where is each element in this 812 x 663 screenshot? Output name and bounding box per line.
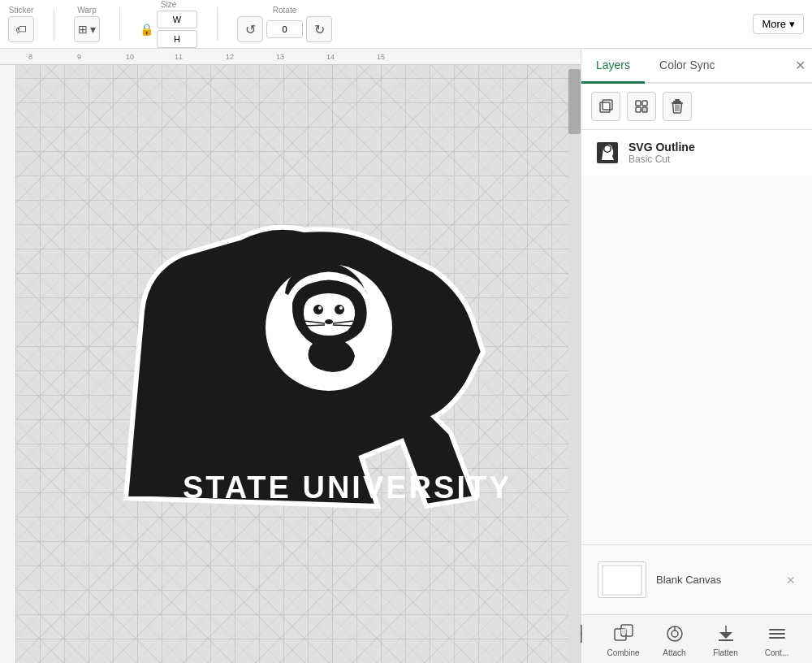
duplicate-layer-button[interactable]: [591, 92, 620, 121]
layer-thumbnail-icon: [595, 141, 620, 165]
right-panel: Layers Color Sync ✕: [581, 49, 812, 663]
svg-point-5: [339, 306, 343, 310]
svg-rect-13: [600, 102, 610, 112]
svg-rect-41: [769, 633, 785, 635]
rotate-group: Rotate ↺ ↻: [237, 6, 332, 42]
svg-line-10: [304, 325, 325, 326]
move-layer-up-button[interactable]: [627, 92, 656, 121]
canvas-area[interactable]: 8 9 10 11 12 13 14 15: [0, 49, 581, 663]
layer-name: SVG Outline: [628, 141, 799, 154]
blank-canvas-item[interactable]: Blank Canvas ✕: [591, 555, 802, 604]
svg-point-27: [605, 146, 611, 152]
more-button[interactable]: More ▾: [753, 14, 804, 34]
svg-rect-15: [636, 101, 641, 106]
panel-close-btn[interactable]: ✕: [795, 59, 806, 72]
cont-label: Cont...: [765, 648, 788, 657]
svg-rect-19: [673, 101, 681, 102]
svg-rect-42: [769, 637, 785, 639]
svg-point-2: [313, 305, 323, 314]
svg-line-8: [333, 325, 353, 326]
delete-layer-button[interactable]: [663, 92, 692, 121]
logo-container[interactable]: Bemidji STATE UNIVERSITY: [77, 189, 508, 539]
svg-rect-18: [642, 107, 647, 112]
cont-button[interactable]: Cont...: [754, 621, 799, 657]
svg-rect-40: [769, 629, 785, 630]
rotate-label: Rotate: [273, 6, 296, 15]
blank-canvas-preview: [602, 565, 642, 596]
duplicate-icon: [598, 98, 614, 115]
size-label: Size: [161, 0, 176, 9]
layer-type: Basic Cut: [628, 154, 799, 165]
ruler-num-14: 14: [326, 53, 335, 61]
blank-canvas-label: Blank Canvas: [656, 574, 721, 586]
tab-color-sync[interactable]: Color Sync: [645, 49, 729, 84]
size-group: Size 🔒: [140, 0, 197, 48]
sticker-group: Sticker 🏷: [8, 6, 34, 42]
layer-icon: [594, 140, 620, 166]
svg-rect-16: [642, 101, 647, 106]
warp-group: Warp ⊞ ▾: [74, 6, 100, 42]
rotate-ccw-btn[interactable]: ↺: [237, 16, 263, 42]
tab-layers[interactable]: Layers: [581, 49, 645, 84]
panel-spacer: [581, 176, 812, 544]
sep3: [217, 8, 218, 41]
ruler-num-12: 12: [226, 53, 234, 61]
attach-button[interactable]: Attach: [652, 621, 697, 657]
svg-point-36: [672, 630, 678, 637]
ruler-num-9: 9: [77, 53, 81, 61]
blank-canvas-section: Blank Canvas ✕: [581, 544, 812, 614]
sep1: [54, 8, 54, 41]
sticker-btn[interactable]: 🏷: [8, 16, 34, 42]
svg-point-4: [318, 306, 322, 310]
warp-label: Warp: [77, 6, 97, 15]
attach-icon: [662, 621, 688, 647]
rotate-input[interactable]: [266, 20, 303, 38]
flatten-label: Flatten: [713, 648, 738, 657]
height-input[interactable]: [157, 30, 197, 48]
more-label: More: [762, 18, 786, 30]
flatten-icon: [713, 621, 739, 647]
ruler-horizontal: 8 9 10 11 12 13 14 15: [0, 49, 581, 65]
svg-rect-20: [675, 99, 680, 101]
blank-canvas-thumb: [598, 561, 646, 598]
top-toolbar: Sticker 🏷 Warp ⊞ ▾ Size 🔒 Rotate ↺ ↻ Mor…: [0, 0, 812, 49]
ruler-num-8: 8: [28, 53, 32, 61]
panel-tabs: Layers Color Sync ✕: [581, 49, 812, 84]
svg-rect-17: [636, 107, 641, 112]
layer-item-svg-outline[interactable]: SVG Outline Basic Cut: [581, 130, 812, 176]
canvas-content[interactable]: Bemidji STATE UNIVERSITY: [16, 65, 568, 663]
panel-bottom-toolbar: Slice Combine: [581, 614, 812, 663]
sticker-label: Sticker: [9, 6, 34, 15]
ruler-vertical: [0, 65, 16, 663]
ruler-num-11: 11: [175, 53, 183, 61]
scrollbar-thumb[interactable]: [568, 69, 581, 134]
warp-btn[interactable]: ⊞ ▾: [74, 16, 100, 42]
combine-label: Combine: [607, 648, 639, 657]
svg-rect-34: [621, 629, 626, 634]
cont-icon: [764, 621, 790, 647]
attach-label: Attach: [663, 648, 685, 657]
lock-icon: 🔒: [140, 23, 153, 36]
svg-text:Bemidji: Bemidji: [161, 382, 387, 456]
rotate-cw-btn[interactable]: ↻: [306, 16, 332, 42]
layer-info: SVG Outline Basic Cut: [628, 141, 799, 165]
ruler-num-13: 13: [276, 53, 284, 61]
delete-icon: [669, 98, 685, 115]
svg-rect-14: [603, 100, 612, 110]
combine-icon: [611, 621, 637, 647]
ruler-num-15: 15: [377, 53, 385, 61]
width-input[interactable]: [157, 11, 197, 28]
move-up-icon: [633, 98, 650, 115]
combine-button[interactable]: Combine: [601, 621, 646, 657]
main-area: 8 9 10 11 12 13 14 15: [0, 49, 812, 663]
ruler-num-10: 10: [126, 53, 134, 61]
logo-svg[interactable]: Bemidji STATE UNIVERSITY: [77, 189, 508, 539]
blank-canvas-close[interactable]: ✕: [786, 574, 796, 587]
svg-rect-28: [603, 566, 641, 595]
svg-point-6: [325, 319, 333, 324]
svg-point-3: [335, 305, 344, 314]
more-arrow-icon: ▾: [789, 18, 795, 30]
flatten-button[interactable]: Flatten: [703, 621, 748, 657]
panel-toolbar: [581, 84, 812, 130]
vertical-scrollbar[interactable]: [568, 65, 581, 663]
